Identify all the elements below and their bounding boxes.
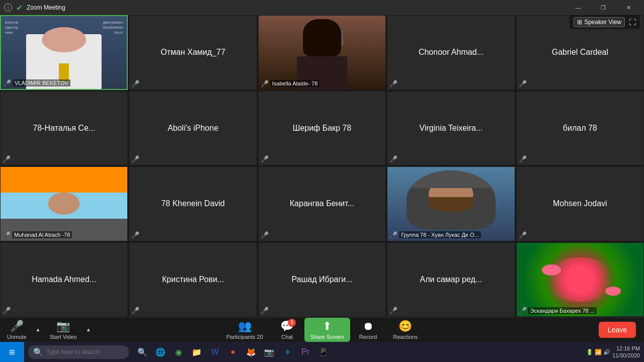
window-title: Zoom Meeting [27, 4, 65, 11]
virginia-mute-icon: 🎤 [389, 155, 397, 163]
huan-name-label: Группа 78 - Хуан Лукас Де О... [399, 231, 481, 238]
fullscreen-button[interactable]: ⛶ [629, 18, 636, 26]
taskbar-whatsapp-icon[interactable]: 📱 [316, 344, 331, 359]
speaker-view-button[interactable]: ⊞ Speaker View [574, 17, 625, 27]
eskandari-mute-label: 🎤 Эскандари Бахарех 78 ... [519, 307, 597, 314]
participant-tile-vlad[interactable]: Бекетов #доктор www. Дмитриевич #doctorb… [0, 15, 128, 90]
share-screen-icon: ⬆ [323, 320, 332, 333]
close-button[interactable]: ✕ [617, 0, 640, 15]
participant-tile-kristina[interactable]: Кристина Рови... 🎤 [129, 242, 257, 317]
video-arrow[interactable]: ▲ [84, 327, 93, 332]
taskbar-explorer-icon[interactable]: 📁 [189, 344, 204, 359]
participant-tile-bilal[interactable]: билал 78 🎤 [516, 91, 644, 166]
record-label: Record [359, 334, 377, 340]
info-icon[interactable]: i [4, 4, 12, 12]
security-icon[interactable]: ✔ [16, 3, 23, 13]
huan-mute-label: 🎤 Группа 78 - Хуан Лукас Де О... [389, 231, 481, 239]
mohsen-name: Mohsen Jodavi [549, 199, 611, 208]
chat-button[interactable]: 💬 3 Chat [272, 318, 302, 342]
mic-icon: 🎤 [10, 320, 24, 333]
participant-tile-sherif[interactable]: Шериф Бакр 78 🎤 [258, 91, 386, 166]
reactions-icon: 😊 [398, 320, 412, 333]
participant-tile-hamada[interactable]: Hamada Ahmed... 🎤 [0, 242, 128, 317]
participant-tile-aboli[interactable]: Aboli's iPhone 🎤 [129, 91, 257, 166]
isabella-mute-label: 🎤 Isabella Ataide- 78 [261, 80, 320, 87]
taskbar-camera-icon[interactable]: 📷 [262, 344, 277, 359]
participant-tile-muhanad[interactable]: 🎤 Muhanad Al Atrach -78 [0, 166, 128, 241]
taskbar-edge-icon[interactable]: 🌐 [153, 344, 168, 359]
taskbar-chrome-icon[interactable]: ◉ [171, 344, 186, 359]
start-button[interactable]: ⊞ [0, 342, 24, 362]
reactions-button[interactable]: 😊 Reactions [386, 318, 425, 342]
karangva-mute-icon: 🎤 [261, 231, 269, 239]
rashad-mute-icon: 🎤 [261, 307, 269, 314]
volume-icon: 🔊 [603, 349, 610, 355]
title-bar-left: i ✔ Zoom Meeting [4, 3, 65, 13]
unmute-arrow[interactable]: ▲ [34, 327, 43, 332]
chat-icon-wrapper: 💬 3 [280, 320, 294, 333]
search-input[interactable] [46, 348, 122, 355]
restore-button[interactable]: ❐ [592, 0, 615, 15]
hamada-mute-icon: 🎤 [3, 307, 11, 314]
participant-tile-eskandari[interactable]: 🎤 Эскандари Бахарех 78 ... [516, 242, 644, 317]
taskbar-search-box[interactable]: 🔍 [28, 345, 129, 359]
participants-label: Participants 20 [226, 334, 263, 340]
natalya-name: 78-Наталья Се... [29, 124, 99, 133]
participant-tile-rashad[interactable]: Рашад Ибраги... 🎤 [258, 242, 386, 317]
record-button[interactable]: ⏺ Record [352, 318, 384, 342]
gabriel-name: Gabriel Cardeal [548, 48, 612, 57]
participant-tile-isabella[interactable]: 🎤 Isabella Ataide- 78 [258, 15, 386, 90]
participant-tile-mohsen[interactable]: Mohsen Jodavi 🎤 [516, 166, 644, 241]
participant-tile-chonoor[interactable]: Chonoor Ahmad... 🎤 [387, 15, 515, 90]
participant-tile-natalya[interactable]: 78-Наталья Се... 🎤 [0, 91, 128, 166]
participant-tile-virginia[interactable]: Virginia Teixeira... 🎤 [387, 91, 515, 166]
system-tray-icons: 🔋 📶 🔊 [586, 349, 610, 355]
participant-tile-otman[interactable]: Отман Хамид_77 🎤 [129, 15, 257, 90]
start-video-button[interactable]: 📷 Start Video [42, 318, 84, 342]
participant-tile-karangva[interactable]: Карангва Бенит... 🎤 [258, 166, 386, 241]
participant-tile-khenein[interactable]: 78 Khenein David 🎤 [129, 166, 257, 241]
search-icon: 🔍 [33, 347, 43, 357]
taskbar: ⊞ 🔍 🔍 🌐 ◉ 📁 W ● 🦊 📷 ✈ Pr 📱 🔋 📶 🔊 12:16 P… [0, 342, 644, 362]
taskbar-right: 🔋 📶 🔊 12:16 PM 11/30/2020 [586, 345, 644, 359]
gabriel-mute-icon: 🎤 [519, 80, 527, 87]
taskbar-clock[interactable]: 12:16 PM 11/30/2020 [612, 345, 640, 359]
taskbar-app2-icon[interactable]: ● [225, 344, 240, 359]
khenein-name: 78 Khenein David [157, 199, 228, 208]
battery-icon: 🔋 [586, 349, 593, 355]
participants-button[interactable]: 👥 Participants 20 [219, 318, 270, 342]
unmute-section: 🎤 Unmute ▲ [0, 318, 42, 342]
title-bar-controls: — ❐ ✕ [567, 0, 640, 15]
bilal-name: билал 78 [559, 124, 601, 133]
aboli-mute-icon: 🎤 [131, 155, 139, 163]
record-icon: ⏺ [363, 320, 374, 333]
meeting-grid: Бекетов #доктор www. Дмитриевич #doctorb… [0, 15, 644, 317]
taskbar-time-display: 12:16 PM [612, 345, 640, 352]
chat-badge: 3 [288, 319, 296, 327]
chat-label: Chat [281, 334, 293, 340]
karangva-name: Карангва Бенит... [286, 199, 358, 208]
chonoor-name: Chonoor Ahmad... [415, 48, 488, 57]
ali-mute-icon: 🎤 [389, 307, 397, 314]
unmute-label: Unmute [7, 334, 27, 340]
otman-mute-icon: 🎤 [131, 80, 139, 87]
taskbar-firefox-icon[interactable]: 🦊 [244, 344, 259, 359]
wifi-icon: 📶 [595, 349, 602, 355]
unmute-button[interactable]: 🎤 Unmute [0, 318, 34, 342]
minimize-button[interactable]: — [567, 0, 590, 15]
leave-section: Leave [599, 322, 636, 338]
taskbar-telegram-icon[interactable]: ✈ [280, 344, 295, 359]
vlad-mute-label: 🎤 VLADIMIR BEKETOV [3, 79, 70, 87]
taskbar-premiere-icon[interactable]: Pr [298, 344, 313, 359]
leave-button[interactable]: Leave [599, 322, 636, 338]
participant-tile-ali[interactable]: Али самар ред... 🎤 [387, 242, 515, 317]
sherif-mute-icon: 🎤 [261, 155, 269, 163]
participant-tile-huan[interactable]: 🎤 Группа 78 - Хуан Лукас Де О... [387, 166, 515, 241]
share-screen-button[interactable]: ⬆ Share Screen [304, 318, 350, 342]
natalya-mute-icon: 🎤 [3, 155, 11, 163]
muhanad-mute-label: 🎤 Muhanad Al Atrach -78 [3, 231, 72, 239]
taskbar-word-icon[interactable]: W [207, 344, 222, 359]
isabella-mic-off-icon: 🎤 [261, 80, 269, 87]
top-right-controls: ⊞ Speaker View ⛶ [570, 15, 640, 29]
taskbar-cortana-icon[interactable]: 🔍 [135, 344, 150, 359]
